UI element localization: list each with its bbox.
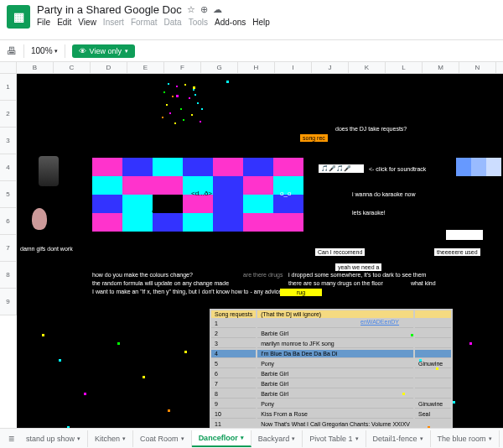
disco-dot — [169, 112, 171, 114]
chat-dj-question: does the DJ take requests? — [335, 126, 407, 132]
separator — [65, 44, 65, 58]
disco-dot — [168, 83, 169, 85]
row-header[interactable]: 1 — [0, 74, 17, 101]
col-header[interactable]: H — [238, 62, 275, 73]
col-header[interactable]: I — [275, 62, 312, 73]
col-header[interactable]: K — [349, 62, 386, 73]
song-cell: 7 — [211, 380, 256, 388]
corner-cell[interactable] — [0, 62, 17, 73]
chat-colours: how do you make the colours change? — [92, 272, 193, 278]
row-header[interactable]: 9 — [0, 289, 17, 315]
col-header[interactable]: M — [423, 62, 459, 73]
row-header[interactable]: 4 — [0, 154, 17, 181]
move-icon[interactable]: ⊕ — [200, 4, 208, 15]
sheet-tab-the-blue-room[interactable]: The blue room ▾ — [431, 430, 500, 447]
col-header[interactable]: L — [386, 62, 423, 73]
dancefloor-cell — [273, 158, 303, 176]
row-header[interactable]: 7 — [0, 235, 17, 262]
disco-dot — [193, 89, 194, 91]
dancefloor-cell — [92, 195, 122, 213]
menu-data[interactable]: Data — [164, 18, 182, 27]
separator — [23, 44, 24, 58]
disco-dot — [172, 96, 174, 97]
sheet-tab-pivot-table-1[interactable]: Pivot Table 1 ▾ — [303, 430, 366, 447]
song-cell: I'm Blue Da Ba Dee Da Ba Di — [257, 350, 413, 358]
row-header[interactable]: 3 — [0, 128, 17, 154]
dancefloor-cell — [122, 158, 153, 176]
column-headers: BCDEFGHIJKLMN — [0, 62, 503, 74]
sheets-logo: ▦ — [7, 5, 30, 29]
blue-cell — [486, 158, 501, 176]
rug-cell: rug — [280, 289, 322, 296]
song-row: 4I'm Blue Da Ba Dee Da Ba Di — [211, 350, 451, 358]
song-row: 5PonyGinuwine — [211, 360, 451, 368]
disco-dot — [201, 108, 203, 110]
row-header[interactable]: 6 — [0, 208, 17, 235]
song-cell: 3 — [211, 340, 256, 348]
dancefloor-cell — [273, 213, 303, 232]
dancefloor-cell — [243, 158, 273, 176]
song-table-header — [415, 310, 451, 318]
sheet-tab-detail1-fence[interactable]: Detail1-fence ▾ — [366, 430, 431, 447]
sheet-tab-stand-up-show[interactable]: stand up show ▾ — [19, 430, 88, 447]
cloud-icon[interactable]: ☁ — [213, 4, 222, 15]
menu-tools[interactable]: Tools — [189, 18, 208, 27]
col-header[interactable]: N — [459, 62, 496, 73]
menu-edit[interactable]: Edit — [57, 18, 71, 27]
zoom-selector[interactable]: 100% ▾ — [31, 46, 58, 55]
dancefloor-cell — [213, 195, 243, 213]
menu-bar: FileEditViewInsertFormatDataToolsAdd-ons… — [37, 18, 270, 27]
col-header[interactable]: E — [127, 62, 164, 73]
doc-title: Party in a Shared Google Doc — [37, 3, 182, 16]
song-requests-table: Song requests(That the Dj will ignore)12… — [210, 309, 453, 428]
chat-if-then: I want to make an "if x, then y" thing, … — [92, 289, 282, 294]
sheet-canvas[interactable]: damn gifs dont work does the DJ take req… — [17, 74, 503, 428]
chat-drugs-q: are there drugs — [243, 272, 283, 278]
col-header[interactable]: B — [17, 62, 54, 73]
sheet-tab-kitchen[interactable]: Kitchen ▾ — [88, 430, 133, 447]
menu-help[interactable]: Help — [252, 18, 270, 27]
disco-ball — [159, 79, 210, 129]
confetti-dot — [42, 334, 44, 336]
chat-formula: the random formula will update on any ch… — [92, 280, 229, 286]
all-sheets-button[interactable]: ≡ — [3, 433, 19, 445]
col-header[interactable]: G — [201, 62, 238, 73]
title-area: Party in a Shared Google Doc ☆ ⊕ ☁ FileE… — [37, 3, 270, 27]
disco-dot — [189, 97, 190, 99]
dancer-gif-2 — [32, 208, 47, 230]
col-header[interactable]: J — [312, 62, 349, 73]
song-cell — [415, 340, 451, 348]
menu-file[interactable]: File — [37, 18, 50, 27]
song-cell: Seal — [415, 410, 451, 419]
spreadsheet-grid[interactable]: BCDEFGHIJKLMN 123456789 damn gifs dont w… — [0, 62, 503, 428]
dancefloor-cell — [122, 176, 153, 195]
menu-view[interactable]: View — [78, 18, 96, 27]
sheet-tab-coat-room[interactable]: Coat Room ▾ — [133, 430, 192, 447]
row-header[interactable]: 8 — [0, 262, 17, 289]
star-icon[interactable]: ☆ — [187, 4, 195, 15]
menu-add-ons[interactable]: Add-ons — [215, 18, 246, 27]
disco-dot — [197, 102, 199, 104]
chat-karaoke-lets: lets karaoke! — [352, 210, 386, 216]
dancefloor-cell — [273, 195, 303, 213]
menu-insert[interactable]: Insert — [103, 18, 124, 27]
song-cell: 8 — [211, 390, 256, 399]
song-row: 10Kiss From a RoseSeal — [211, 410, 451, 419]
view-only-badge[interactable]: 👁 View only ▾ — [72, 44, 135, 58]
col-header[interactable]: D — [91, 62, 127, 73]
row-header[interactable]: 5 — [0, 181, 17, 208]
print-icon[interactable]: 🖶 — [7, 45, 17, 57]
menu-format[interactable]: Format — [131, 18, 158, 27]
song-cell — [415, 320, 451, 328]
sheet-tab-backyard[interactable]: Backyard ▾ — [252, 430, 303, 447]
song-row: 6Barbie Girl — [211, 370, 451, 378]
col-header[interactable]: C — [54, 62, 91, 73]
sheet-tab-dancefloor[interactable]: Dancefloor ▾ — [192, 430, 252, 447]
dancefloor-cell — [243, 176, 273, 195]
chat-dropped: i dropped some somewhere, it's too dark … — [288, 272, 426, 278]
dancer-gif-1 — [39, 156, 59, 186]
col-header[interactable]: F — [164, 62, 201, 73]
link-text[interactable]: enWADEenDY — [360, 319, 399, 325]
song-cell — [415, 330, 451, 338]
row-header[interactable]: 2 — [0, 101, 17, 128]
